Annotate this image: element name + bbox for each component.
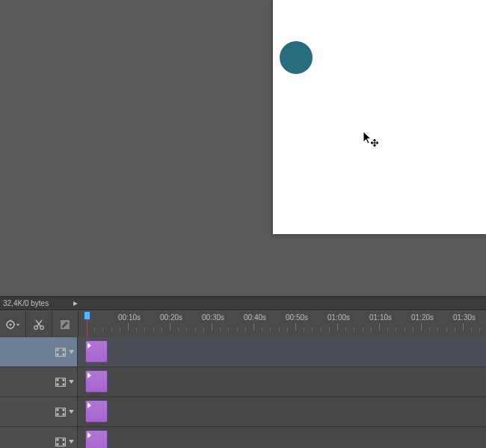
- track-content[interactable]: [78, 337, 486, 366]
- filmstrip-icon: [55, 378, 66, 387]
- track-row[interactable]: [0, 337, 486, 367]
- svg-rect-21: [63, 354, 64, 355]
- ruler-label: 01:10s: [367, 313, 394, 322]
- playhead[interactable]: [84, 311, 90, 320]
- filmstrip-icon: [55, 438, 66, 447]
- timeline-header: 00:10s00:20s00:30s00:40s00:50s01:00s01:1…: [0, 310, 486, 339]
- svg-rect-34: [57, 444, 58, 445]
- clip[interactable]: [85, 370, 108, 393]
- track-gutter[interactable]: [0, 427, 78, 448]
- track-row[interactable]: [0, 397, 486, 427]
- track-row[interactable]: [0, 427, 486, 448]
- dropdown-icon[interactable]: [69, 350, 74, 354]
- ruler-label: 01:20s: [409, 313, 436, 322]
- track-gutter[interactable]: [0, 367, 78, 396]
- svg-line-8: [7, 322, 8, 322]
- svg-rect-20: [63, 349, 64, 351]
- track-content[interactable]: [78, 367, 486, 396]
- ruler-label: 00:20s: [158, 313, 185, 322]
- track-gutter[interactable]: [0, 337, 78, 366]
- svg-rect-35: [63, 439, 64, 441]
- ruler-label: 01:00s: [325, 313, 352, 322]
- dropdown-icon[interactable]: [69, 410, 74, 414]
- svg-rect-19: [57, 354, 58, 355]
- clip[interactable]: [85, 400, 108, 423]
- filmstrip-icon: [55, 348, 66, 357]
- svg-point-3: [10, 324, 12, 326]
- clip-expand-icon: [87, 343, 91, 349]
- svg-rect-25: [63, 379, 64, 381]
- clip[interactable]: [85, 340, 108, 363]
- svg-line-9: [13, 327, 13, 328]
- svg-line-10: [7, 327, 8, 328]
- shape-circle[interactable]: [280, 41, 313, 74]
- ruler-label: 00:50s: [283, 313, 310, 322]
- svg-rect-31: [63, 414, 64, 415]
- status-bar: 32,4K/0 bytes: [0, 296, 486, 310]
- clip-expand-icon: [87, 432, 91, 438]
- track-content[interactable]: [78, 397, 486, 426]
- svg-rect-26: [63, 384, 64, 385]
- clip-expand-icon: [87, 402, 91, 408]
- stage-area: [0, 0, 486, 296]
- tracks-area: [0, 337, 486, 448]
- track-content[interactable]: [78, 427, 486, 448]
- svg-rect-29: [57, 414, 58, 415]
- ruler-label: 01:30s: [451, 313, 478, 322]
- ruler-label: 00:30s: [200, 313, 227, 322]
- svg-rect-36: [63, 444, 64, 445]
- track-row[interactable]: [0, 367, 486, 397]
- canvas[interactable]: [273, 0, 486, 234]
- svg-rect-18: [57, 349, 58, 351]
- clip[interactable]: [85, 430, 108, 448]
- cut-button[interactable]: [26, 311, 52, 338]
- track-gutter[interactable]: [0, 397, 78, 426]
- clip-expand-icon: [87, 372, 91, 378]
- svg-rect-28: [57, 409, 58, 411]
- svg-line-11: [13, 322, 13, 322]
- status-text: 32,4K/0 bytes: [0, 299, 49, 307]
- expand-arrow-icon[interactable]: [73, 299, 79, 308]
- filmstrip-icon: [55, 408, 66, 417]
- ruler-label: 00:40s: [242, 313, 268, 322]
- svg-rect-30: [63, 409, 64, 411]
- edit-button[interactable]: [52, 311, 79, 338]
- svg-rect-24: [57, 384, 58, 385]
- dropdown-icon[interactable]: [69, 380, 74, 384]
- ruler-label: 00:10s: [116, 313, 143, 322]
- dropdown-icon[interactable]: [69, 440, 74, 444]
- svg-rect-23: [57, 379, 58, 381]
- settings-button[interactable]: [0, 311, 26, 338]
- time-ruler[interactable]: 00:10s00:20s00:30s00:40s00:50s01:00s01:1…: [79, 311, 486, 338]
- svg-rect-33: [57, 439, 58, 441]
- timeline-panel: 00:10s00:20s00:30s00:40s00:50s01:00s01:1…: [0, 310, 486, 448]
